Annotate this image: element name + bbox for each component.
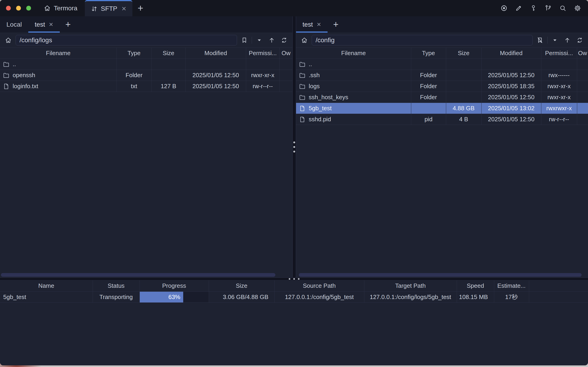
- parent-directory-icon[interactable]: [562, 35, 572, 45]
- size-cell: [152, 70, 186, 81]
- column-header-owner[interactable]: Ow: [280, 48, 292, 59]
- toolbar-divider: [547, 37, 547, 44]
- transfer-arrows-icon: [91, 5, 98, 12]
- chevron-down-icon[interactable]: [254, 35, 264, 45]
- local-file-pane: Local test ✕ +: [0, 16, 292, 277]
- settings-icon[interactable]: [573, 4, 582, 13]
- zoom-window-button[interactable]: [26, 6, 31, 11]
- titlebar-actions: [499, 0, 588, 16]
- column-header-size[interactable]: Size: [152, 48, 186, 59]
- file-row[interactable]: ..: [296, 59, 588, 70]
- add-pane-tab-button[interactable]: +: [60, 16, 76, 33]
- transfer-splitter-handle[interactable]: [0, 277, 588, 280]
- type-cell: [411, 59, 446, 70]
- size-cell: 4 B: [446, 114, 481, 125]
- file-type-icon: [299, 116, 306, 123]
- tab-sftp[interactable]: SFTP ✕: [85, 0, 132, 16]
- transfer-filler-cell: [529, 292, 588, 302]
- record-icon[interactable]: [499, 4, 509, 13]
- minimize-window-button[interactable]: [16, 6, 21, 11]
- pane-splitter-handle[interactable]: [292, 16, 296, 277]
- column-header-owner[interactable]: Ow: [577, 48, 588, 59]
- size-cell: 127 B: [152, 81, 186, 92]
- column-header-permissions[interactable]: Permissi...: [246, 48, 280, 59]
- transfer-list: Name Status Progress Size Source Path Ta…: [0, 280, 588, 365]
- pane-tab-test[interactable]: test ✕: [28, 16, 60, 33]
- filename-label: ssh_host_keys: [309, 94, 348, 101]
- refresh-icon[interactable]: [279, 35, 289, 45]
- column-header-filler: [529, 280, 588, 292]
- transfer-row[interactable]: 5gb_test Transporting 63% 3.06 GB/4.88 G…: [0, 292, 588, 302]
- file-row[interactable]: ..: [0, 59, 292, 70]
- size-cell: [152, 59, 186, 70]
- tab-termora[interactable]: Termora: [37, 0, 84, 16]
- close-window-button[interactable]: [6, 6, 11, 11]
- column-header-size[interactable]: Size: [446, 48, 481, 59]
- type-cell: [117, 59, 152, 70]
- horizontal-scrollbar[interactable]: [1, 273, 275, 277]
- column-header-speed[interactable]: Speed: [457, 280, 494, 292]
- column-header-filename[interactable]: Filename: [0, 48, 117, 59]
- column-header-status[interactable]: Status: [93, 280, 139, 292]
- column-header-source-path[interactable]: Source Path: [274, 280, 364, 292]
- key-icon[interactable]: [529, 4, 538, 13]
- column-header-filename[interactable]: Filename: [296, 48, 411, 59]
- filename-label: 5gb_test: [309, 105, 332, 112]
- file-row[interactable]: 5gb_test 4.88 GB 2025/01/05 13:02 rwxrwx…: [296, 103, 588, 114]
- home-icon[interactable]: [3, 35, 13, 45]
- column-header-name[interactable]: Name: [0, 280, 93, 292]
- column-header-size[interactable]: Size: [209, 280, 274, 292]
- termora-window: Termora SFTP ✕ +: [0, 0, 588, 365]
- horizontal-scrollbar[interactable]: [299, 273, 581, 277]
- bookmark-icon[interactable]: [239, 35, 249, 45]
- titlebar-drag-area: [148, 0, 499, 16]
- file-row[interactable]: .ssh Folder 2025/01/05 12:50 rwx------: [296, 70, 588, 81]
- file-row[interactable]: loginfo.txt txt 127 B 2025/01/05 12:50 r…: [0, 81, 292, 92]
- search-icon[interactable]: [558, 4, 567, 13]
- filename-label: loginfo.txt: [13, 83, 38, 90]
- file-row[interactable]: sshd.pid pid 4 B 2025/01/05 12:50 rw-r--…: [296, 114, 588, 125]
- path-input[interactable]: [312, 35, 533, 45]
- close-tab-icon[interactable]: ✕: [316, 22, 321, 27]
- table-header-row: Filename Type Size Modified Permissi... …: [296, 48, 588, 59]
- column-header-target-path[interactable]: Target Path: [364, 280, 457, 292]
- file-row[interactable]: openssh Folder 2025/01/05 12:50 rwxr-xr-…: [0, 70, 292, 81]
- chevron-down-icon[interactable]: [550, 35, 560, 45]
- owner-cell: [577, 70, 588, 81]
- right-pane-tabs: test ✕ +: [296, 16, 588, 33]
- file-row[interactable]: ssh_host_keys Folder 2025/01/05 12:50 rw…: [296, 92, 588, 103]
- sftp-tab-label: SFTP: [101, 5, 118, 12]
- type-cell: Folder: [411, 81, 446, 92]
- right-file-table: Filename Type Size Modified Permissi... …: [296, 48, 588, 125]
- column-header-progress[interactable]: Progress: [139, 280, 209, 292]
- column-header-type[interactable]: Type: [117, 48, 152, 59]
- close-sftp-tab-icon[interactable]: ✕: [121, 6, 127, 12]
- file-row[interactable]: logs Folder 2025/01/05 18:35 rwxr-xr-x: [296, 81, 588, 92]
- size-cell: [446, 70, 481, 81]
- parent-directory-icon[interactable]: [267, 35, 277, 45]
- column-header-type[interactable]: Type: [411, 48, 446, 59]
- home-icon[interactable]: [299, 35, 309, 45]
- path-input[interactable]: [16, 35, 237, 45]
- column-header-permissions[interactable]: Permissi...: [541, 48, 577, 59]
- new-tab-button[interactable]: +: [132, 0, 148, 16]
- column-header-estimate[interactable]: Estimate...: [494, 280, 529, 292]
- edit-icon[interactable]: [514, 4, 523, 13]
- permissions-cell: rw-r--r--: [246, 81, 280, 92]
- bookmark-slash-icon[interactable]: [535, 35, 545, 45]
- owner-cell: [577, 81, 588, 92]
- transfer-progress-cell: 63%: [139, 292, 209, 302]
- column-header-modified[interactable]: Modified: [481, 48, 541, 59]
- app-tab-label: Termora: [54, 5, 77, 12]
- add-pane-tab-button[interactable]: +: [328, 16, 344, 33]
- column-header-modified[interactable]: Modified: [186, 48, 246, 59]
- pane-tab-local[interactable]: Local: [0, 16, 28, 33]
- refresh-icon[interactable]: [575, 35, 585, 45]
- file-type-icon: [3, 83, 10, 90]
- permissions-cell: [246, 59, 280, 70]
- close-tab-icon[interactable]: ✕: [49, 22, 53, 27]
- transfer-source-cell: 127.0.0.1:/config/5gb_test: [274, 292, 364, 302]
- pane-tab-test[interactable]: test ✕: [296, 16, 328, 33]
- transfer-table: Name Status Progress Size Source Path Ta…: [0, 280, 588, 303]
- keychain-icon[interactable]: [543, 4, 553, 13]
